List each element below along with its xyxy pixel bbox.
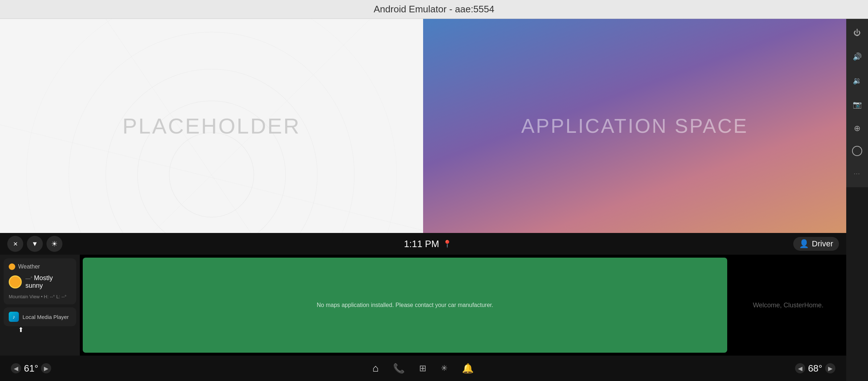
status-bar-right: 👤 Driver: [793, 237, 839, 251]
temp-left-increase-button[interactable]: ▶: [41, 363, 51, 373]
temp-left-value: 61°: [24, 363, 38, 374]
driver-person-icon: 👤: [799, 239, 809, 249]
wifi-button[interactable]: ▼: [27, 236, 43, 252]
temp-left-display: 61°: [24, 363, 38, 374]
title-bar: Android Emulator - aae:5554: [0, 0, 868, 19]
media-card[interactable]: ♪ Local Media Player: [4, 307, 76, 326]
driver-button[interactable]: 👤 Driver: [793, 237, 839, 251]
weather-dash: —°: [25, 275, 34, 281]
status-bar-center: 1:11 PM 📍: [404, 238, 452, 250]
brightness-button[interactable]: ☀: [46, 236, 62, 252]
nav-bar: ◀ 61° ▶ ⌂ 📞 ⊞ ✳ 🔔 ◀ 68° ▶: [0, 356, 846, 381]
weather-label: Weather: [18, 263, 40, 270]
weather-header: Weather: [9, 263, 71, 270]
right-controls-sidebar: ⏻ 🔊 🔉 📷 ⊕ ···: [846, 19, 868, 187]
grid-icon[interactable]: ⊞: [419, 363, 426, 373]
svg-line-6: [0, 124, 423, 230]
location-icon: 📍: [443, 239, 452, 248]
weather-condition: —° Mostly sunny: [25, 274, 71, 290]
temp-left-decrease-button[interactable]: ◀: [11, 363, 21, 373]
placeholder-text: PLACEHOLDER: [123, 114, 301, 139]
circle-icon[interactable]: [852, 146, 862, 156]
media-player-icon: ♪: [9, 312, 19, 322]
zoom-icon[interactable]: ⊕: [851, 122, 864, 135]
svg-point-2: [106, 69, 318, 233]
cursor: ⬆: [18, 326, 24, 334]
nav-center: ⌂ 📞 ⊞ ✳ 🔔: [373, 362, 474, 374]
temp-right-display: 68°: [808, 363, 822, 374]
phone-icon[interactable]: 📞: [393, 363, 405, 374]
nav-left: ◀ 61° ▶: [11, 363, 51, 374]
title-text: Android Emulator - aae:5554: [374, 4, 494, 15]
power-icon[interactable]: ⏻: [851, 26, 864, 39]
fan-icon[interactable]: ✳: [441, 364, 447, 373]
temp-right-decrease-button[interactable]: ◀: [795, 363, 805, 373]
weather-sun-icon: [9, 263, 15, 270]
status-bar-left: ✕ ▼ ☀: [7, 236, 62, 252]
map-area[interactable]: No maps application installed. Please co…: [83, 258, 727, 353]
weather-location: Mountain View • H: --° L: --°: [9, 294, 71, 299]
android-auto-section: ✕ ▼ ☀ 1:11 PM 📍 👤 Driver: [0, 233, 846, 381]
map-message: No maps application installed. Please co…: [317, 302, 493, 308]
cluster-welcome-text: Welcome, ClusterHome.: [753, 302, 824, 309]
media-label: Local Media Player: [22, 314, 69, 320]
current-time: 1:11 PM: [404, 238, 439, 250]
application-space-panel: APPLICATION SPACE: [423, 19, 846, 233]
emulator-body: PLACEHOLDER APPLICATION SPACE ✕ ▼ ☀ 1:11…: [0, 19, 846, 381]
notifications-panel: Weather —° Mostly sunny Mountain View • …: [0, 255, 80, 356]
sun-icon-large: [9, 275, 22, 288]
bell-icon[interactable]: 🔔: [462, 363, 474, 374]
more-icon[interactable]: ···: [851, 167, 864, 180]
cluster-info-panel: Welcome, ClusterHome.: [730, 255, 846, 356]
volume-down-icon[interactable]: 🔉: [851, 74, 864, 87]
nav-right: ◀ 68° ▶: [795, 363, 835, 374]
home-icon[interactable]: ⌂: [373, 362, 379, 374]
temp-right-value: 68°: [808, 363, 822, 374]
top-split: PLACEHOLDER APPLICATION SPACE: [0, 19, 846, 233]
placeholder-panel: PLACEHOLDER: [0, 19, 423, 233]
application-space-text: APPLICATION SPACE: [521, 114, 748, 138]
temp-right-increase-button[interactable]: ▶: [825, 363, 835, 373]
driver-label: Driver: [812, 239, 833, 249]
weather-main: —° Mostly sunny: [9, 274, 71, 290]
status-bar: ✕ ▼ ☀ 1:11 PM 📍 👤 Driver: [0, 233, 846, 255]
bluetooth-button[interactable]: ✕: [7, 236, 23, 252]
volume-up-icon[interactable]: 🔊: [851, 50, 864, 63]
weather-card[interactable]: Weather —° Mostly sunny Mountain View • …: [4, 258, 76, 304]
camera-icon[interactable]: 📷: [851, 98, 864, 111]
content-area: Weather —° Mostly sunny Mountain View • …: [0, 255, 846, 356]
